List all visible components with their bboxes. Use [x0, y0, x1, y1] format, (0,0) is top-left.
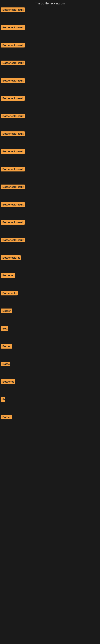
bottleneck-row: Bottleneck res	[1, 255, 100, 260]
bottleneck-row: Bottleneck result	[1, 24, 100, 30]
bottleneck-result-tag[interactable]: Bottleneck result	[1, 114, 25, 118]
bottleneck-row: Bottleneck result	[1, 166, 100, 172]
bottleneck-row: Bottleneck r	[1, 290, 100, 296]
bottleneck-result-tag[interactable]: Bott	[1, 326, 8, 331]
bottleneck-result-tag[interactable]: Bottleneck result	[1, 132, 25, 136]
bottleneck-row: Bottleneck result	[1, 7, 100, 12]
bottleneck-row: Bo	[1, 396, 100, 402]
bottleneck-result-tag[interactable]: Bottleneck result	[1, 78, 25, 83]
bottleneck-row: Bottlen	[1, 414, 100, 420]
bottleneck-row: Bottleneck result	[1, 184, 100, 190]
bottleneck-result-tag[interactable]: Bottleneck result	[1, 184, 25, 189]
site-title: TheBottlenecker.com	[0, 0, 100, 6]
bottleneck-row: Bottleneck result	[1, 96, 100, 101]
bottleneck-result-tag[interactable]: Bottleneck result	[1, 220, 25, 224]
bottleneck-result-tag[interactable]: Bottleneck result	[1, 149, 25, 154]
bottleneck-result-tag[interactable]: Bottlenec	[1, 379, 15, 384]
bottleneck-result-tag[interactable]: Bottleneck result	[1, 8, 25, 12]
bottleneck-result-tag[interactable]: Bottlenec	[1, 273, 15, 278]
bottleneck-row: Bottleneck result	[1, 113, 100, 119]
bottleneck-result-tag[interactable]: Bottle	[1, 362, 10, 366]
bottleneck-result-tag[interactable]: Bottleneck r	[1, 291, 18, 296]
bottleneck-row: Bottlen	[1, 308, 100, 314]
bottleneck-row: Bottleneck result	[1, 42, 100, 48]
bottleneck-row: Bottleneck result	[1, 148, 100, 154]
bottleneck-result-tag[interactable]: Bottleneck result	[1, 238, 25, 242]
bottleneck-row: Bottleneck result	[1, 219, 100, 225]
bottleneck-row: Bottleneck result	[1, 202, 100, 207]
bottleneck-row: Bottle	[1, 361, 100, 367]
bottleneck-result-tag[interactable]: Bottlen	[1, 344, 12, 348]
bottleneck-result-tag[interactable]: Bottlen	[1, 415, 12, 420]
cursor-line	[1, 422, 1, 428]
bottleneck-result-tag[interactable]: Bottleneck result	[1, 25, 25, 30]
bottleneck-result-tag[interactable]: Bottleneck result	[1, 60, 25, 65]
bottleneck-row: Bottleneck result	[1, 60, 100, 66]
bottleneck-result-tag[interactable]: Bottlen	[1, 308, 12, 313]
bottleneck-row: Bott	[1, 326, 100, 331]
bottleneck-row: Bottlenec	[1, 272, 100, 278]
bottleneck-row: Bottlen	[1, 343, 100, 349]
bottleneck-result-tag[interactable]: Bo	[1, 397, 5, 402]
bottleneck-row: Bottleneck result	[1, 78, 100, 83]
bottleneck-result-tag[interactable]: Bottleneck result	[1, 96, 25, 100]
bottleneck-result-tag[interactable]: Bottleneck res	[1, 256, 21, 260]
bottleneck-result-tag[interactable]: Bottleneck result	[1, 167, 25, 172]
bottleneck-row: Bottlenec	[1, 379, 100, 384]
bottleneck-result-tag[interactable]: Bottleneck result	[1, 202, 25, 207]
bottleneck-result-tag[interactable]: Bottleneck result	[1, 43, 25, 48]
bottleneck-row: Bottleneck result	[1, 131, 100, 136]
bottleneck-row: Bottleneck result	[1, 237, 100, 243]
